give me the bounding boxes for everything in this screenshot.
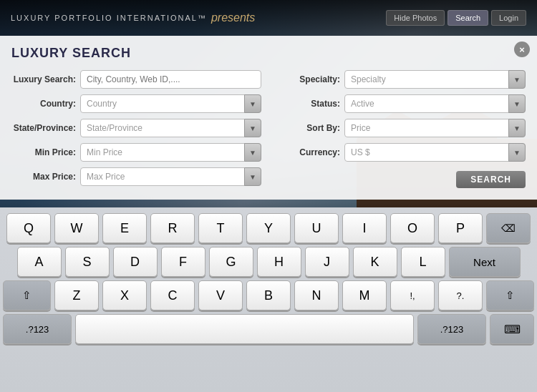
max-price-dropdown-arrow[interactable]: ▼ — [244, 167, 261, 186]
key-i[interactable]: I — [342, 213, 387, 243]
key-question-period[interactable]: ?. — [438, 280, 483, 310]
max-price-input-wrap: ▼ — [80, 167, 261, 186]
currency-input-wrap: ▼ — [344, 143, 526, 162]
key-h[interactable]: H — [257, 247, 301, 277]
symbols-left-key[interactable]: .?123 — [3, 314, 72, 344]
logo-presents: presents — [211, 11, 255, 24]
luxury-search-label: Luxury Search: — [11, 74, 76, 84]
key-m[interactable]: M — [342, 280, 387, 310]
hide-photos-button[interactable]: Hide Photos — [386, 10, 445, 26]
min-price-input-wrap: ▼ — [80, 143, 261, 162]
keyboard-row-2: A S D F G H J K L Next — [3, 247, 534, 277]
search-panel: × LUXURY SEARCH Luxury Search: Specialty… — [0, 36, 537, 200]
key-y[interactable]: Y — [246, 213, 291, 243]
status-label: Status: — [276, 99, 340, 109]
login-button[interactable]: Login — [491, 10, 526, 26]
status-row: Status: ▼ — [276, 94, 526, 114]
close-button[interactable]: × — [514, 41, 530, 57]
min-price-label: Min Price: — [11, 147, 76, 157]
currency-label: Currency: — [276, 147, 340, 157]
min-price-dropdown-arrow[interactable]: ▼ — [244, 143, 261, 162]
key-g[interactable]: G — [209, 247, 253, 277]
state-label: State/Province: — [11, 123, 76, 133]
key-f[interactable]: F — [161, 247, 205, 277]
key-n[interactable]: N — [294, 280, 339, 310]
key-e[interactable]: E — [102, 213, 147, 243]
key-p[interactable]: P — [438, 213, 483, 243]
backspace-key[interactable]: ⌫ — [486, 213, 531, 243]
specialty-input[interactable] — [344, 70, 526, 89]
key-w[interactable]: W — [54, 213, 99, 243]
min-price-input[interactable] — [80, 143, 261, 162]
sort-row: Sort By: ▼ — [276, 118, 526, 138]
sort-input[interactable] — [344, 119, 526, 137]
country-input[interactable] — [80, 94, 261, 113]
min-price-row: Min Price: ▼ — [11, 142, 261, 162]
key-d[interactable]: D — [113, 247, 158, 277]
specialty-row: Specialty: ▼ — [276, 69, 526, 89]
shift-right-key[interactable]: ⇧ — [486, 280, 534, 310]
currency-row: Currency: ▼ — [276, 142, 526, 162]
currency-input[interactable] — [344, 143, 526, 162]
luxury-search-input[interactable] — [80, 70, 261, 89]
country-input-wrap: ▼ — [80, 94, 261, 113]
top-nav: Hide Photos Search Login — [386, 10, 526, 26]
panel-title: LUXURY SEARCH — [11, 46, 526, 61]
max-price-label: Max Price: — [11, 172, 76, 182]
keyboard-icon-key[interactable]: ⌨ — [490, 314, 534, 344]
key-c[interactable]: C — [150, 280, 195, 310]
country-row: Country: ▼ — [11, 94, 261, 114]
max-price-row: Max Price: ▼ — [11, 167, 261, 187]
luxury-search-row: Luxury Search: — [11, 69, 261, 89]
country-label: Country: — [11, 99, 76, 109]
symbols-right-key[interactable]: .?123 — [417, 314, 486, 344]
key-l[interactable]: L — [401, 247, 445, 277]
shift-left-key[interactable]: ⇧ — [3, 280, 51, 310]
state-input-wrap: ▼ — [80, 119, 261, 137]
keyboard-row-4: .?123 .?123 ⌨ — [3, 314, 534, 344]
keyboard: Q W E R T Y U I O P ⌫ A S D F G H J K L … — [0, 207, 537, 392]
luxury-search-input-wrap — [80, 70, 261, 89]
key-u[interactable]: U — [294, 213, 339, 243]
key-x[interactable]: X — [102, 280, 147, 310]
key-a[interactable]: A — [17, 247, 62, 277]
keyboard-row-1: Q W E R T Y U I O P ⌫ — [3, 213, 534, 243]
keyboard-row-3: ⇧ Z X C V B N M !, ?. ⇧ — [3, 280, 534, 310]
search-nav-button[interactable]: Search — [448, 10, 488, 26]
key-j[interactable]: J — [305, 247, 349, 277]
sort-label: Sort By: — [276, 123, 340, 133]
top-bar: LUXURY PORTFOLIO INTERNATIONAL™ presents… — [0, 0, 537, 36]
key-v[interactable]: V — [198, 280, 243, 310]
specialty-input-wrap: ▼ — [344, 70, 526, 89]
currency-dropdown-arrow[interactable]: ▼ — [508, 143, 526, 162]
specialty-dropdown-arrow[interactable]: ▼ — [508, 70, 526, 89]
sort-dropdown-arrow[interactable]: ▼ — [508, 119, 526, 137]
search-form: Luxury Search: Specialty: ▼ Country: ▼ S… — [11, 69, 526, 190]
max-price-input[interactable] — [80, 167, 261, 186]
key-s[interactable]: S — [65, 247, 110, 277]
logo-area: LUXURY PORTFOLIO INTERNATIONAL™ presents — [11, 11, 255, 24]
state-row: State/Province: ▼ — [11, 118, 261, 138]
key-k[interactable]: K — [353, 247, 397, 277]
key-r[interactable]: R — [150, 213, 195, 243]
status-input[interactable] — [344, 94, 526, 113]
next-key[interactable]: Next — [449, 247, 521, 277]
search-button[interactable]: SEARCH — [456, 171, 526, 188]
space-key[interactable] — [75, 314, 414, 344]
key-t[interactable]: T — [198, 213, 243, 243]
logo-text: LUXURY PORTFOLIO INTERNATIONAL™ — [11, 14, 207, 22]
key-b[interactable]: B — [246, 280, 291, 310]
status-dropdown-arrow[interactable]: ▼ — [508, 94, 526, 113]
state-input[interactable] — [80, 119, 261, 137]
key-exclaim-comma[interactable]: !, — [390, 280, 435, 310]
status-input-wrap: ▼ — [344, 94, 526, 113]
key-q[interactable]: Q — [6, 213, 51, 243]
key-o[interactable]: O — [390, 213, 435, 243]
state-dropdown-arrow[interactable]: ▼ — [244, 119, 261, 137]
search-button-row: SEARCH — [276, 170, 526, 190]
key-z[interactable]: Z — [54, 280, 99, 310]
country-dropdown-arrow[interactable]: ▼ — [244, 94, 261, 113]
specialty-label: Specialty: — [276, 74, 340, 84]
sort-input-wrap: ▼ — [344, 119, 526, 137]
